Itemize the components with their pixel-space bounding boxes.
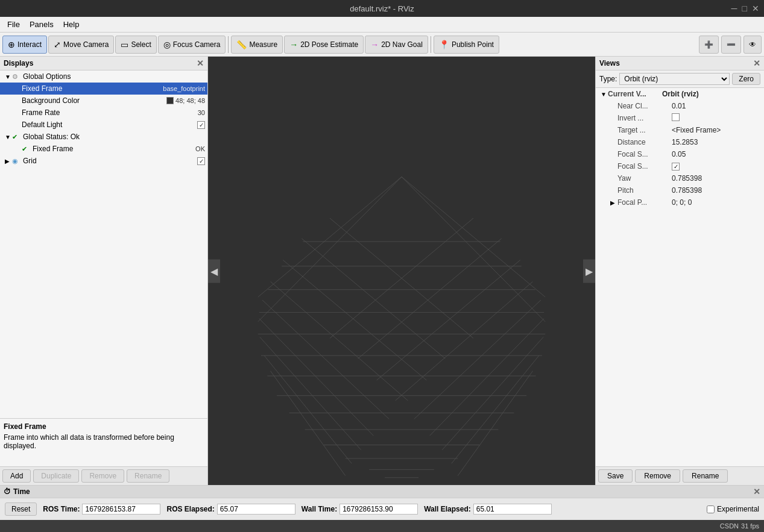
- views-panel: Views ✕ Type: Orbit (rviz) Zero ▼ Curren…: [595, 57, 764, 485]
- displays-panel-close[interactable]: ✕: [197, 58, 204, 68]
- views-item-focal-point[interactable]: ▶ Focal P... 0; 0; 0: [596, 196, 764, 208]
- focal-shape-checkbox[interactable]: [672, 163, 680, 171]
- views-type-select[interactable]: Orbit (rviz): [619, 73, 730, 85]
- menu-panels[interactable]: Panels: [25, 19, 58, 30]
- background-color-label: Background Color: [22, 96, 166, 105]
- select-button[interactable]: ▭ Select: [115, 36, 156, 54]
- views-current-value: Orbit (rviz): [662, 90, 699, 98]
- add-button[interactable]: Add: [2, 469, 31, 483]
- remove-display-button[interactable]: ➖: [721, 36, 741, 54]
- measure-label: Measure: [249, 40, 277, 49]
- ros-time-input[interactable]: [82, 504, 160, 515]
- views-item-distance[interactable]: Distance 15.2853: [596, 136, 764, 148]
- menu-file[interactable]: File: [2, 19, 25, 30]
- views-pitch-label: Pitch: [617, 186, 672, 195]
- displays-tree: ▼ ⚙ Global Options Fixed Frame base_foot…: [0, 70, 207, 418]
- grid-checkbox[interactable]: [197, 157, 205, 165]
- tree-item-grid[interactable]: ▶ ◉ Grid: [0, 155, 207, 167]
- tree-item-frame-rate[interactable]: Frame Rate 30: [0, 107, 207, 119]
- views-focal-size-value: 0.05: [672, 150, 686, 158]
- nav-goal-button[interactable]: → 2D Nav Goal: [365, 36, 428, 54]
- views-save-button[interactable]: Save: [598, 469, 633, 483]
- wall-elapsed-group: Wall Elapsed:: [424, 504, 552, 515]
- fixed-frame-status-label: Fixed Frame: [33, 145, 195, 153]
- add-display-button[interactable]: ➕: [699, 36, 719, 54]
- publish-point-label: Publish Point: [452, 40, 494, 49]
- duplicate-button[interactable]: Duplicate: [33, 469, 79, 483]
- pose-estimate-button[interactable]: → 2D Pose Estimate: [284, 36, 364, 54]
- time-panel-close[interactable]: ✕: [753, 487, 760, 496]
- views-item-yaw[interactable]: Yaw 0.785398: [596, 172, 764, 184]
- views-panel-close[interactable]: ✕: [753, 58, 760, 68]
- menubar: File Panels Help: [0, 17, 764, 33]
- window-controls[interactable]: ─ □ ✕: [731, 4, 759, 13]
- interact-icon: ⊕: [8, 40, 15, 49]
- wall-time-group: Wall Time:: [301, 504, 418, 515]
- views-zero-button[interactable]: Zero: [732, 73, 760, 85]
- views-pitch-value: 0.785398: [672, 186, 702, 195]
- gear-icon: ⚙: [12, 73, 22, 81]
- experimental-checkbox[interactable]: [707, 505, 715, 513]
- measure-button[interactable]: 📏 Measure: [231, 36, 283, 54]
- views-rename-button[interactable]: Rename: [683, 469, 728, 483]
- views-item-invert[interactable]: Invert ...: [596, 112, 764, 124]
- grid-label: Grid: [23, 157, 197, 165]
- views-item-target[interactable]: Target ... <Fixed Frame>: [596, 124, 764, 136]
- views-item-focal-shape[interactable]: Focal S...: [596, 160, 764, 172]
- views-item-current[interactable]: ▼ Current V... Orbit (rviz): [596, 88, 764, 100]
- views-remove-button[interactable]: Remove: [635, 469, 680, 483]
- background-color-value: 48; 48; 48: [166, 97, 205, 104]
- views-focal-size-label: Focal S...: [617, 150, 672, 158]
- tree-item-default-light[interactable]: Default Light: [0, 119, 207, 131]
- time-body: Reset ROS Time: ROS Elapsed: Wall Time: …: [0, 498, 764, 520]
- reset-button[interactable]: Reset: [5, 502, 37, 516]
- ok-icon: ✔: [22, 145, 31, 153]
- titlebar: default.rviz* - RViz ─ □ ✕: [0, 0, 764, 17]
- publish-point-button[interactable]: 📍 Publish Point: [434, 36, 499, 54]
- displays-panel-buttons: Add Duplicate Remove Rename: [0, 466, 207, 485]
- window-title: default.rviz* - RViz: [350, 4, 414, 13]
- rename-button[interactable]: Rename: [127, 469, 169, 483]
- right-arrow-button[interactable]: ▶: [583, 259, 595, 283]
- default-light-value: [197, 121, 205, 129]
- tree-item-fixed-frame[interactable]: Fixed Frame base_footprint: [0, 83, 207, 95]
- grid-icon: ◉: [12, 157, 22, 165]
- description-box: Fixed Frame Frame into which all data is…: [0, 418, 207, 466]
- frame-rate-label: Frame Rate: [22, 108, 198, 117]
- experimental-group: Experimental: [707, 505, 759, 513]
- wall-elapsed-input[interactable]: [473, 504, 552, 515]
- views-item-pitch[interactable]: Pitch 0.785398: [596, 184, 764, 196]
- views-distance-value: 15.2853: [672, 138, 698, 146]
- invert-checkbox[interactable]: [672, 113, 680, 121]
- views-item-near-clipping[interactable]: Near Cl... 0.01: [596, 100, 764, 112]
- remove-button[interactable]: Remove: [81, 469, 124, 483]
- time-panel-header: ⏱ Time ✕: [0, 486, 764, 498]
- 3d-viewport[interactable]: ◀ ▶: [208, 57, 595, 485]
- tree-item-fixed-frame-status[interactable]: ✔ Fixed Frame OK: [0, 143, 207, 155]
- views-yaw-value: 0.785398: [672, 174, 702, 183]
- eye-button[interactable]: 👁: [743, 36, 762, 54]
- tree-item-global-status[interactable]: ▼ ✔ Global Status: Ok: [0, 131, 207, 143]
- minimize-button[interactable]: ─: [731, 4, 737, 13]
- views-item-focal-size[interactable]: Focal S... 0.05: [596, 148, 764, 160]
- add-icon: ➕: [704, 40, 713, 49]
- tree-item-global-options[interactable]: ▼ ⚙ Global Options: [0, 70, 207, 83]
- focus-camera-button[interactable]: ◎ Focus Camera: [158, 36, 226, 54]
- tree-item-background-color[interactable]: Background Color 48; 48; 48: [0, 95, 207, 107]
- views-distance-label: Distance: [617, 138, 672, 146]
- menu-help[interactable]: Help: [58, 19, 84, 30]
- default-light-checkbox[interactable]: [197, 121, 205, 129]
- left-arrow-button[interactable]: ◀: [208, 259, 220, 283]
- toolbar-separator: [228, 36, 229, 53]
- statusbar: CSDN 31 fps: [0, 520, 764, 532]
- wall-time-input[interactable]: [339, 504, 418, 515]
- move-camera-button[interactable]: ⤢ Move Camera: [48, 36, 114, 54]
- views-focal-shape-value: [672, 162, 680, 171]
- pose-estimate-label: 2D Pose Estimate: [300, 40, 358, 49]
- displays-panel-title: Displays: [4, 59, 33, 67]
- views-invert-label: Invert ...: [617, 114, 672, 122]
- interact-button[interactable]: ⊕ Interact: [2, 36, 47, 54]
- close-button[interactable]: ✕: [752, 4, 759, 13]
- ros-elapsed-input[interactable]: [217, 504, 295, 515]
- maximize-button[interactable]: □: [742, 4, 747, 13]
